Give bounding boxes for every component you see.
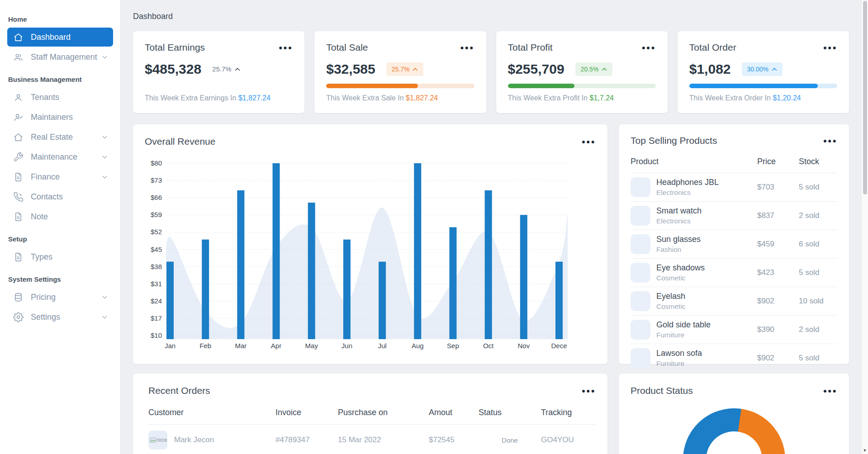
product-stock: 5 sold	[799, 354, 837, 363]
product-stock: 5 sold	[799, 268, 837, 277]
page-scrollbar[interactable]: ▼	[861, 0, 868, 454]
y-axis-tick-label: $73	[151, 176, 162, 184]
product-category: Electronics	[656, 189, 719, 197]
column-header-amout: Amout	[429, 408, 479, 417]
product-name: Headphones JBL	[656, 178, 719, 187]
revenue-bar-dece[interactable]	[555, 262, 563, 339]
sidebar-item-note[interactable]: Note	[7, 207, 113, 226]
column-header-product: Product	[631, 157, 757, 166]
top-selling-menu-button[interactable]: ●●●	[823, 137, 837, 144]
product-row-sun-glasses[interactable]: Sun glasses Fashion $459 6 sold	[631, 230, 837, 259]
column-header-pusrchase-on: Pusrchase on	[338, 408, 429, 417]
sidebar-item-staff-management[interactable]: Staff Management	[7, 47, 113, 66]
sidebar-item-label: Contacts	[31, 192, 63, 202]
sidebar-section-setup: Setup	[8, 235, 120, 243]
y-axis-tick-label: $31	[151, 280, 162, 288]
chevron-down-icon	[101, 133, 109, 141]
x-axis-tick-label: Feb	[199, 342, 211, 350]
stat-card-menu-button[interactable]: ●●●	[279, 44, 293, 51]
stat-card-menu-button[interactable]: ●●●	[460, 44, 474, 51]
order-status: Done	[479, 436, 541, 444]
column-header-tracking: Tracking	[541, 408, 596, 417]
wrench-icon	[13, 152, 24, 162]
product-stock: 2 sold	[799, 211, 837, 220]
scrollbar-thumb[interactable]	[863, 1, 867, 194]
product-price: $390	[757, 325, 799, 334]
revenue-bar-nov[interactable]	[520, 215, 527, 339]
sidebar-item-label: Pricing	[31, 293, 56, 302]
stat-card-menu-button[interactable]: ●●●	[641, 44, 655, 51]
product-name: Lawson sofa	[656, 349, 702, 358]
revenue-bar-jan[interactable]	[166, 262, 174, 339]
sidebar-item-finance[interactable]: Finance	[7, 167, 113, 186]
stat-card-total-profit: Total Profit ●●● $255,709 20.5% This Wee…	[496, 31, 668, 113]
revenue-bar-feb[interactable]	[202, 240, 209, 339]
phone-icon	[13, 192, 24, 202]
product-row-gold-side-table[interactable]: Gold side table Furniture $390 2 sold	[631, 316, 837, 344]
y-axis-tick-label: $10	[151, 331, 162, 339]
overall-revenue-menu-button[interactable]: ●●●	[582, 138, 596, 145]
product-category: Cosmetic	[656, 303, 686, 311]
column-header-status: Status	[479, 408, 541, 417]
stat-card-total-order: Total Order ●●● $1,082 30.00% This Week …	[678, 31, 849, 113]
recent-orders-menu-button[interactable]: ●●●	[582, 388, 596, 394]
x-axis-tick-label: Jun	[342, 342, 352, 350]
revenue-bar-mar[interactable]	[237, 190, 244, 339]
sidebar-section-home: Home	[8, 15, 120, 23]
x-axis-tick-label: May	[305, 342, 318, 350]
file-icon	[13, 252, 24, 262]
y-axis-tick-label: $52	[151, 228, 162, 236]
sidebar-item-real-estate[interactable]: Real Estate	[7, 128, 113, 147]
recent-orders-title: Recent Orders	[148, 385, 210, 396]
product-thumbnail	[631, 234, 650, 254]
y-axis-tick-label: $59	[151, 211, 162, 218]
revenue-bar-sep[interactable]	[449, 227, 456, 340]
stat-card-footer: This Week Extra Order In $1,20.24	[689, 94, 837, 102]
sidebar-item-settings[interactable]: Settings	[7, 307, 113, 326]
product-status-menu-button[interactable]: ●●●	[823, 388, 837, 394]
sidebar-item-pricing[interactable]: Pricing	[7, 288, 113, 307]
sidebar-item-maintainers[interactable]: Maintainers	[7, 108, 113, 127]
revenue-bar-oct[interactable]	[485, 190, 492, 339]
sidebar-item-contacts[interactable]: Contacts	[7, 187, 113, 206]
product-status-title: Product Status	[631, 385, 693, 396]
product-row-eye-shadows[interactable]: Eye shadows Cosmetic $423 5 sold	[631, 259, 837, 287]
revenue-bar-jun[interactable]	[343, 240, 351, 339]
stat-card-value: $32,585	[326, 61, 375, 77]
scrollbar-down-arrow[interactable]: ▼	[862, 448, 868, 453]
revenue-bar-apr[interactable]	[273, 163, 280, 339]
avatar-alt-text: rece	[157, 437, 167, 443]
product-row-smart-watch[interactable]: Smart watch Electronics $837 2 sold	[631, 202, 837, 230]
file-icon	[13, 212, 24, 222]
stat-card-footer: This Week Extra Sale In $1,827.24	[326, 94, 474, 102]
top-selling-card: Top Selling Products ●●● ProductPriceSto…	[619, 124, 849, 364]
revenue-bar-aug[interactable]	[414, 163, 421, 339]
x-axis-tick-label: Mar	[235, 342, 247, 350]
product-row-headphones-jbl[interactable]: Headphones JBL Electronics $703 5 sold	[631, 173, 837, 202]
customer-avatar-broken-image: rece	[148, 430, 167, 449]
stat-card-menu-button[interactable]: ●●●	[823, 44, 837, 51]
revenue-chart: $10$17$24$31$38$45$52$59$66$73$80JanFebM…	[145, 153, 596, 355]
product-name: Gold side table	[656, 320, 711, 330]
product-thumbnail	[631, 206, 650, 226]
stat-card-title: Total Sale	[326, 42, 368, 53]
product-row-lawson-sofa[interactable]: Lawson sofa Furniture $902 5 sold	[631, 344, 837, 373]
sidebar-item-types[interactable]: Types	[7, 247, 113, 266]
product-row-eyelash[interactable]: Eyelash Cosmetic $902 10 sold	[631, 287, 837, 316]
revenue-bar-jul[interactable]	[379, 262, 386, 339]
sidebar-item-maintenance[interactable]: Maintenance	[7, 147, 113, 166]
stat-card-footer-amount: $1,20.24	[773, 94, 801, 102]
product-thumbnail	[631, 320, 650, 340]
stat-card-footer-amount: $1,7.24	[590, 94, 614, 102]
order-row-mark-jecon[interactable]: rece Mark Jecon #4789347 15 Mar 2022 $72…	[148, 425, 596, 454]
people-icon	[13, 52, 24, 62]
sidebar-item-label: Dashboard	[31, 33, 71, 42]
x-axis-tick-label: Sep	[447, 342, 459, 350]
overall-revenue-title: Overall Revenue	[145, 136, 215, 147]
stat-card-progress	[326, 84, 474, 88]
product-thumbnail	[631, 177, 650, 197]
sidebar-item-tenants[interactable]: Tenants	[7, 88, 113, 107]
sidebar-item-dashboard[interactable]: Dashboard	[7, 28, 113, 47]
y-axis-tick-label: $45	[151, 246, 162, 253]
revenue-bar-may[interactable]	[308, 203, 315, 339]
